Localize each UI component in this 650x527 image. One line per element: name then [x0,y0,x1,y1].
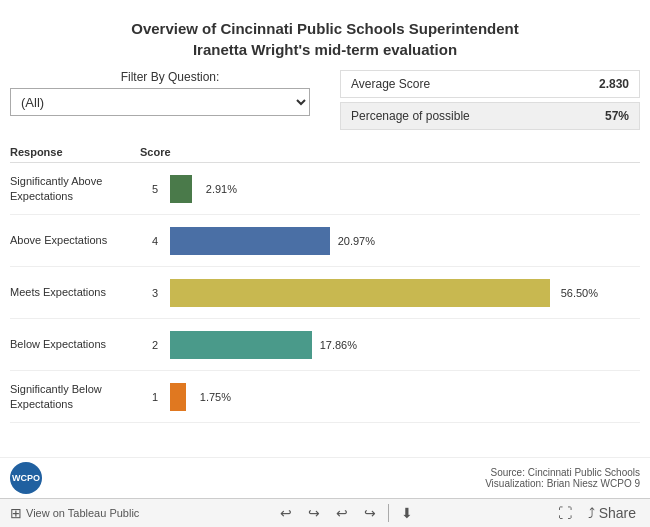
row-score-1: 4 [140,235,170,247]
footer-area: WCPO Source: Cincinnati Public Schools V… [0,457,650,498]
main-container: Overview of Cincinnati Public Schools Su… [0,0,650,527]
average-score-row: Average Score 2.830 [340,70,640,98]
expand-button[interactable]: ⛶ [554,503,576,523]
row-bar-container-0: 2.91% [170,174,640,204]
bar-2: 56.50% [170,279,550,307]
bar-label-1: 20.97% [338,235,375,247]
forward-button[interactable]: ↪ [360,503,380,523]
table-row: Significantly Above Expectations 5 2.91% [10,163,640,215]
redo-button[interactable]: ↪ [304,503,324,523]
table-row: Meets Expectations 3 56.50% [10,267,640,319]
footer-logo: WCPO [10,462,42,494]
bar-0: 2.91% [170,175,192,203]
bar-label-2: 56.50% [561,287,598,299]
back-button[interactable]: ↩ [332,503,352,523]
toolbar: ⊞ View on Tableau Public ↩ ↪ ↩ ↪ ⬇ ⛶ ⤴ S… [0,498,650,527]
row-score-2: 3 [140,287,170,299]
toolbar-right: ⛶ ⤴ Share [554,503,640,523]
row-label-3: Below Expectations [10,337,140,351]
share-button[interactable]: ⤴ Share [584,503,640,523]
row-score-3: 2 [140,339,170,351]
undo-button[interactable]: ↩ [276,503,296,523]
row-bar-container-4: 1.75% [170,382,640,412]
chart-header: Response Score [10,142,640,163]
logo-circle: WCPO [10,462,42,494]
row-score-4: 1 [140,391,170,403]
row-bar-container-3: 17.86% [170,330,640,360]
toolbar-center: ↩ ↪ ↩ ↪ ⬇ [276,503,417,523]
chart-title: Overview of Cincinnati Public Schools Su… [0,0,650,70]
table-row: Above Expectations 4 20.97% [10,215,640,267]
score-section: Average Score 2.830 Percenage of possibl… [340,70,640,134]
download-button[interactable]: ⬇ [397,503,417,523]
toolbar-divider [388,504,389,522]
average-score-label: Average Score [351,77,430,91]
row-bar-container-2: 56.50% [170,278,640,308]
row-bar-container-1: 20.97% [170,226,640,256]
view-on-tableau-link[interactable]: View on Tableau Public [26,507,139,519]
percentage-row: Percenage of possible 57% [340,102,640,130]
row-label-4: Significantly Below Expectations [10,382,140,411]
share-label: Share [599,505,636,521]
bar-label-4: 1.75% [200,391,231,403]
row-label-2: Meets Expectations [10,285,140,299]
bar-label-0: 2.91% [206,183,237,195]
tableau-icon: ⊞ [10,505,22,521]
percentage-value: 57% [605,109,629,123]
toolbar-left: ⊞ View on Tableau Public [10,505,139,521]
chart-rows: Significantly Above Expectations 5 2.91%… [10,163,640,457]
filter-label: Filter By Question: [10,70,330,84]
table-row: Below Expectations 2 17.86% [10,319,640,371]
percentage-label: Percenage of possible [351,109,470,123]
col-score-header: Score [140,146,170,158]
filter-select[interactable]: (All) [10,88,310,116]
source-line2: Visualization: Brian Niesz WCPO 9 [485,478,640,489]
col-response-header: Response [10,146,140,158]
bar-3: 17.86% [170,331,312,359]
col-bar-header [170,146,640,158]
row-score-0: 5 [140,183,170,195]
footer-source: Source: Cincinnati Public Schools Visual… [485,467,640,489]
top-controls: Filter By Question: (All) Average Score … [0,70,650,142]
row-label-0: Significantly Above Expectations [10,174,140,203]
table-row: Significantly Below Expectations 1 1.75% [10,371,640,423]
bar-label-3: 17.86% [320,339,357,351]
average-score-value: 2.830 [599,77,629,91]
bar-1: 20.97% [170,227,330,255]
source-line1: Source: Cincinnati Public Schools [485,467,640,478]
chart-area: Response Score Significantly Above Expec… [0,142,650,457]
filter-section: Filter By Question: (All) [10,70,330,116]
logo-text: WCPO [12,473,40,483]
bar-4: 1.75% [170,383,186,411]
row-label-1: Above Expectations [10,233,140,247]
